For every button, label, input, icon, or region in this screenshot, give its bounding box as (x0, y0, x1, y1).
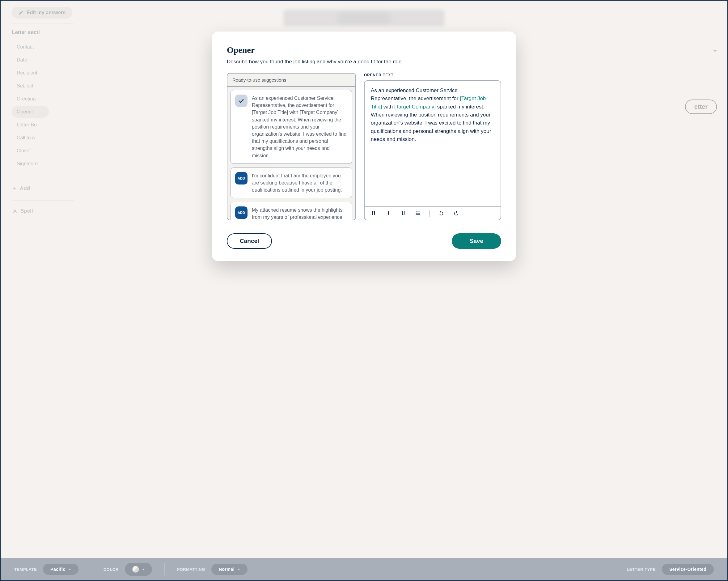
sidebar-item-letter-body[interactable]: Letter Bo (12, 119, 49, 131)
undo-icon (439, 210, 444, 216)
suggestion-card[interactable]: As an experienced Customer Service Repre… (231, 90, 352, 164)
save-button[interactable]: Save (452, 233, 501, 249)
formatting-select[interactable]: Normal (211, 564, 248, 575)
redo-button[interactable] (453, 210, 460, 217)
color-label: COLOR (104, 567, 119, 572)
lettertype-value: Service-Oriented (669, 567, 706, 572)
template-label: TEMPLATE (14, 567, 37, 572)
chevron-down-icon (238, 569, 240, 570)
sidebar-item-date[interactable]: Date (12, 54, 49, 66)
edit-answers-button[interactable]: Edit my answers (12, 7, 72, 19)
pencil-icon (19, 10, 24, 15)
svg-point-0 (416, 211, 417, 212)
divider (12, 178, 74, 178)
suggestion-selected-chip[interactable] (235, 95, 248, 107)
sidebar-item-opener[interactable]: Opener (12, 106, 49, 118)
sidebar-item-signature[interactable]: Signature (12, 158, 49, 170)
suggestion-card[interactable]: ADD My attached resume shows the highlig… (231, 202, 352, 220)
opener-modal: Opener Describe how you found the job li… (212, 31, 516, 261)
suggestions-header: Ready-to-use suggestions (228, 74, 355, 87)
underline-button[interactable]: U (400, 210, 407, 217)
lettertype-label: LETTER TYPE (627, 567, 656, 572)
template-select[interactable]: Pacific (43, 564, 78, 575)
editor-label: OPENER TEXT (364, 73, 501, 77)
formatting-label: FORMATTING (177, 567, 205, 572)
bottombar-separator (91, 563, 91, 576)
modal-title: Opener (227, 45, 501, 55)
suggestion-add-chip[interactable]: ADD (235, 172, 248, 184)
spellcheck-label: Spell (20, 208, 33, 214)
sidebar-item-contact[interactable]: Contact (12, 41, 49, 53)
sidebar-item-greeting[interactable]: Greeting (12, 93, 49, 105)
svg-rect-1 (417, 212, 420, 212)
toolbar-separator (430, 210, 430, 217)
lettertype-select[interactable]: Service-Oriented (662, 564, 714, 575)
preview-letter-button[interactable]: etter (685, 100, 717, 114)
svg-rect-5 (417, 214, 420, 215)
suggestions-panel: Ready-to-use suggestions As an experienc… (227, 73, 356, 220)
cancel-button[interactable]: Cancel (227, 233, 272, 249)
suggestion-text: As an experienced Customer Service Repre… (252, 95, 347, 159)
blurred-header-bar (284, 10, 444, 26)
sidebar-item-closer[interactable]: Closer (12, 145, 49, 157)
formatting-value: Normal (219, 567, 235, 572)
check-icon (238, 98, 244, 104)
chevron-down-icon (142, 569, 145, 570)
editor-toolbar: B I U (365, 206, 500, 220)
bulleted-list-button[interactable] (415, 210, 421, 217)
add-section-label: Add (20, 185, 30, 192)
suggestion-card[interactable]: ADD I'm confident that I am the employee… (231, 168, 352, 198)
chevron-down-icon[interactable] (713, 50, 717, 52)
sidebar-item-subject[interactable]: Subject (12, 80, 49, 92)
color-select[interactable] (125, 563, 152, 576)
suggestion-add-chip[interactable]: ADD (235, 206, 248, 219)
bottombar-separator (260, 563, 260, 576)
plus-icon (12, 186, 17, 191)
suggestion-text: My attached resume shows the highlights … (252, 206, 347, 220)
bottom-bar: TEMPLATE Pacific COLOR FORMATTING Normal… (1, 558, 727, 580)
list-icon (415, 210, 421, 216)
suggestions-list[interactable]: As an experienced Customer Service Repre… (228, 87, 355, 220)
svg-rect-3 (417, 213, 420, 213)
divider (12, 200, 74, 201)
bold-button[interactable]: B (370, 210, 377, 217)
svg-point-2 (416, 213, 417, 214)
font-icon (12, 208, 17, 214)
italic-button[interactable]: I (385, 210, 392, 217)
template-value: Pacific (50, 567, 66, 572)
opener-text-input[interactable]: As an experienced Customer Service Repre… (365, 81, 500, 206)
suggestion-text: I'm confident that I am the employee you… (252, 172, 347, 194)
chevron-down-icon (69, 569, 71, 570)
modal-subtitle: Describe how you found the job listing a… (227, 59, 501, 65)
color-chip-icon (132, 566, 139, 573)
redo-icon (453, 210, 459, 216)
sidebar-item-call-to-action[interactable]: Call to A (12, 132, 49, 144)
undo-button[interactable] (438, 210, 445, 217)
sidebar-item-recipient[interactable]: Recipient (12, 67, 49, 79)
edit-answers-label: Edit my answers (27, 10, 66, 16)
bottombar-separator (164, 563, 165, 576)
svg-point-4 (416, 214, 417, 215)
editor-box: As an experienced Customer Service Repre… (364, 80, 501, 220)
